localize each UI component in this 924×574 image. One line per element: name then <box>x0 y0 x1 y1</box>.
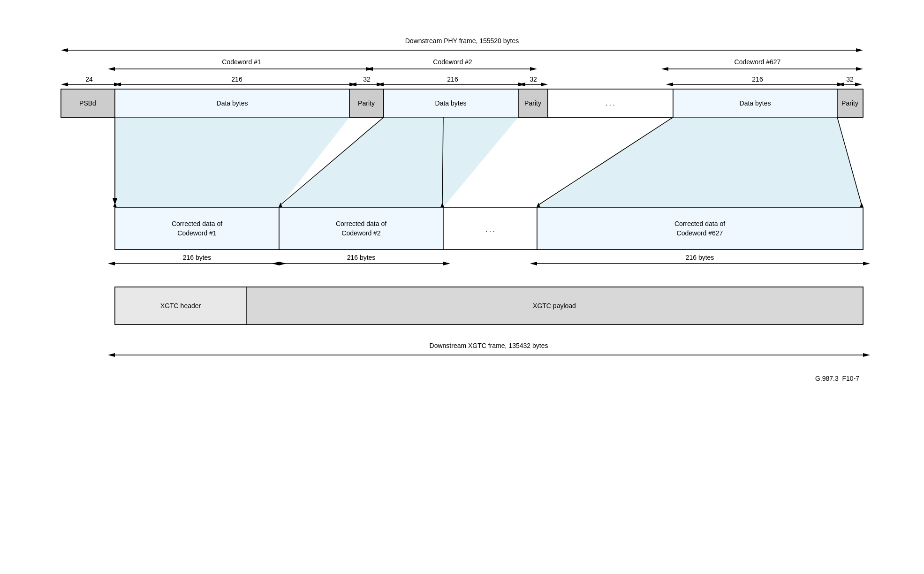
dim-cw1-parity: 32 <box>363 76 371 83</box>
parity-cw2: Parity <box>524 99 541 107</box>
main-diagram: Downstream PHY frame, 155520 bytes Codew… <box>40 29 884 545</box>
svg-marker-1 <box>61 48 68 52</box>
parity-cw1: Parity <box>358 99 375 107</box>
data-bytes-cw1: Data bytes <box>217 99 248 107</box>
xgtc-header: XGTC header <box>160 302 201 310</box>
svg-marker-2 <box>856 48 863 52</box>
xgtc-payload: XGTC payload <box>533 302 576 310</box>
svg-marker-54 <box>537 117 863 207</box>
figure-ref: G.987.3_F10-7 <box>815 375 859 382</box>
corrected-cw2-line1: Corrected data of <box>336 220 386 227</box>
parity-cw627: Parity <box>841 99 858 107</box>
svg-rect-46 <box>537 207 863 249</box>
corrected-dots: . . . <box>485 226 494 233</box>
phy-frame-title: Downstream PHY frame, 155520 bytes <box>405 37 519 45</box>
svg-marker-28 <box>666 83 673 86</box>
svg-marker-67 <box>443 262 450 265</box>
codeword1-label: Codeword #1 <box>222 58 261 66</box>
corrected-cw627-line1: Corrected data of <box>674 220 725 227</box>
data-bytes-cw627: Data bytes <box>740 99 771 107</box>
diagram-container: Downstream PHY frame, 155520 bytes Codew… <box>40 29 884 545</box>
svg-rect-44 <box>279 207 443 249</box>
xgtc-frame-label: Downstream XGTC frame, 135432 bytes <box>430 342 548 349</box>
svg-marker-63 <box>108 262 115 265</box>
svg-marker-32 <box>855 83 862 86</box>
bytes-cw627: 216 bytes <box>686 254 714 261</box>
svg-marker-56 <box>537 203 540 207</box>
corrected-cw1-line2: Codeword #1 <box>177 229 216 237</box>
codeword627-label: Codeword #627 <box>735 58 781 66</box>
dim-cw627-data: 216 <box>752 76 763 83</box>
bytes-cw1: 216 bytes <box>183 254 212 261</box>
svg-marker-10 <box>661 67 668 71</box>
svg-marker-69 <box>530 262 537 265</box>
dots-cell: . . . <box>606 99 614 107</box>
dim-cw1-data: 216 <box>231 76 242 83</box>
svg-marker-4 <box>108 67 115 71</box>
svg-marker-76 <box>863 353 870 357</box>
dim-cw2-data: 216 <box>447 76 458 83</box>
svg-rect-43 <box>115 207 279 249</box>
svg-marker-70 <box>863 262 870 265</box>
data-bytes-cw2: Data bytes <box>435 99 467 107</box>
dim-cw627-parity: 32 <box>846 76 854 83</box>
corrected-cw627-line2: Codeword #627 <box>677 229 723 237</box>
psbd-cell: PSBd <box>79 99 96 107</box>
bytes-cw2: 216 bytes <box>347 254 376 261</box>
svg-marker-13 <box>61 83 68 86</box>
svg-marker-26 <box>541 83 548 86</box>
dim-psbd: 24 <box>85 76 93 83</box>
svg-marker-11 <box>856 67 863 71</box>
corrected-cw2-line2: Codeword #2 <box>341 229 380 237</box>
codeword2-label: Codeword #2 <box>433 58 472 66</box>
corrected-cw1-line1: Corrected data of <box>172 220 222 227</box>
svg-marker-75 <box>108 353 115 357</box>
svg-marker-8 <box>530 67 537 71</box>
dim-cw2-parity: 32 <box>530 76 537 83</box>
svg-marker-66 <box>272 262 279 265</box>
